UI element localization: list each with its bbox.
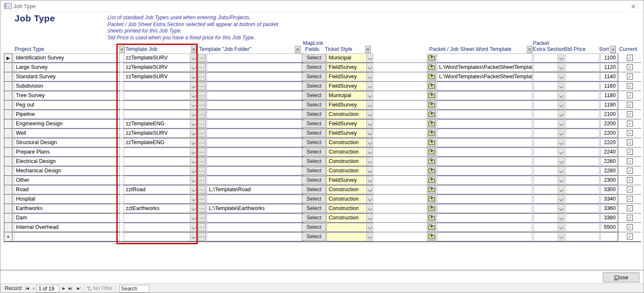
job-folder-field[interactable] xyxy=(207,166,303,175)
job-folder-field[interactable]: L:\Template\Earthworks xyxy=(207,204,303,213)
ticket-style-dropdown-icon[interactable] xyxy=(366,166,373,175)
browse-button[interactable]: ... xyxy=(198,214,206,222)
current-checkbox[interactable]: ✓ xyxy=(627,130,633,136)
word-template-browse-button[interactable]: * xyxy=(427,167,436,175)
current-checkbox[interactable]: ✓ xyxy=(627,102,633,108)
browse-button[interactable]: ... xyxy=(198,167,206,175)
extra-section-dropdown-icon[interactable] xyxy=(558,157,564,166)
std-price-field[interactable] xyxy=(565,204,599,213)
template-job-dropdown-icon[interactable] xyxy=(190,223,197,232)
maplink-select-button[interactable]: Select xyxy=(302,73,326,81)
maplink-select-button[interactable]: Select xyxy=(302,148,326,156)
ticket-style-dropdown-icon[interactable] xyxy=(366,148,373,157)
ticket-style-field[interactable]: Construction xyxy=(326,185,370,194)
word-template-browse-button[interactable]: * xyxy=(427,186,436,194)
maplink-select-button[interactable]: Select xyxy=(302,110,326,118)
option-button[interactable]: o xyxy=(295,46,300,53)
extra-section-dropdown-icon[interactable] xyxy=(558,195,564,204)
maplink-select-button[interactable]: Select xyxy=(302,214,326,222)
option-button[interactable]: o xyxy=(365,46,371,53)
record-selector[interactable]: * xyxy=(4,232,12,242)
project-type-field[interactable]: Prepare Plans xyxy=(14,148,120,157)
ticket-style-field[interactable]: Construction xyxy=(326,166,370,175)
maplink-select-button[interactable]: Select xyxy=(302,129,326,137)
browse-button[interactable]: ... xyxy=(198,223,206,231)
std-price-field[interactable] xyxy=(565,166,599,175)
extra-section-dropdown-icon[interactable] xyxy=(558,138,564,147)
browse-button[interactable]: ... xyxy=(198,54,206,62)
project-type-field[interactable]: Subdivision xyxy=(14,82,120,91)
record-selector[interactable] xyxy=(4,157,12,166)
maplink-select-button[interactable]: Select xyxy=(302,101,326,109)
ticket-style-dropdown-icon[interactable] xyxy=(366,101,373,110)
ticket-style-dropdown-icon[interactable] xyxy=(366,185,373,194)
extra-section-dropdown-icon[interactable] xyxy=(558,148,564,157)
record-selector[interactable] xyxy=(4,166,12,176)
std-price-field[interactable] xyxy=(565,213,599,222)
sort-field[interactable]: 2200 xyxy=(600,119,617,128)
maplink-select-button[interactable]: Select xyxy=(302,204,326,213)
browse-button[interactable]: ... xyxy=(198,82,206,90)
maplink-select-button[interactable]: Select xyxy=(302,186,326,194)
sort-field[interactable]: 3300 xyxy=(600,185,617,194)
job-folder-field[interactable] xyxy=(207,232,303,241)
ticket-style-field[interactable]: FieldSurvey xyxy=(326,101,370,110)
template-job-field[interactable] xyxy=(124,176,193,185)
word-template-browse-button[interactable]: * xyxy=(427,214,436,222)
maplink-select-button[interactable]: Select xyxy=(302,92,326,100)
word-template-field[interactable] xyxy=(437,119,532,128)
option-button[interactable]: o xyxy=(119,46,125,53)
ticket-style-field[interactable]: FieldSurvey xyxy=(326,72,370,81)
template-job-dropdown-icon[interactable] xyxy=(190,185,197,194)
ticket-style-dropdown-icon[interactable] xyxy=(366,53,373,62)
sort-field[interactable] xyxy=(600,232,617,241)
sort-field[interactable]: 2280 xyxy=(600,166,617,175)
extra-section-dropdown-icon[interactable] xyxy=(558,119,564,128)
browse-button[interactable]: ... xyxy=(198,92,206,100)
current-checkbox[interactable]: ✓ xyxy=(627,196,633,202)
template-job-dropdown-icon[interactable] xyxy=(190,213,197,222)
job-folder-field[interactable] xyxy=(207,91,303,100)
record-position[interactable]: 1 of 19 xyxy=(36,285,59,293)
ticket-style-field[interactable]: Construction xyxy=(326,157,370,166)
word-template-browse-button[interactable]: * xyxy=(427,223,436,231)
sort-field[interactable]: 3340 xyxy=(600,195,617,204)
template-job-field[interactable] xyxy=(124,91,193,100)
browse-button[interactable]: ... xyxy=(198,139,206,147)
job-folder-field[interactable] xyxy=(207,110,303,119)
record-selector[interactable] xyxy=(4,204,12,213)
browse-button[interactable]: ... xyxy=(198,157,206,166)
browse-button[interactable]: ... xyxy=(198,101,206,109)
project-type-field[interactable]: Hospital xyxy=(14,195,120,204)
project-type-field[interactable]: Standard Survey xyxy=(14,72,120,81)
template-job-dropdown-icon[interactable] xyxy=(190,129,197,138)
ticket-style-dropdown-icon[interactable] xyxy=(366,110,373,119)
word-template-field[interactable] xyxy=(437,185,532,194)
ticket-style-field[interactable]: FieldSurvey xyxy=(326,176,370,185)
browse-button[interactable]: ... xyxy=(198,233,206,241)
std-price-field[interactable] xyxy=(565,223,599,232)
template-job-field[interactable]: zzTemplateSURV xyxy=(124,129,193,138)
ticket-style-dropdown-icon[interactable] xyxy=(366,232,373,241)
std-price-field[interactable] xyxy=(565,53,599,62)
project-type-field[interactable]: Road xyxy=(14,185,120,194)
sort-field[interactable]: 2300 xyxy=(600,176,617,185)
project-type-field[interactable]: Internal Overhead xyxy=(14,223,120,232)
previous-record-button[interactable]: ◀ xyxy=(30,285,36,292)
extra-section-dropdown-icon[interactable] xyxy=(558,213,564,222)
word-template-field[interactable] xyxy=(437,53,532,62)
extra-section-dropdown-icon[interactable] xyxy=(558,232,564,241)
template-job-dropdown-icon[interactable] xyxy=(190,166,197,175)
word-template-browse-button[interactable]: * xyxy=(427,129,436,137)
ticket-style-field[interactable]: Construction xyxy=(326,195,370,204)
template-job-field[interactable] xyxy=(124,195,193,204)
maplink-select-button[interactable]: Select xyxy=(302,176,326,184)
extra-section-dropdown-icon[interactable] xyxy=(558,185,564,194)
record-selector[interactable] xyxy=(4,119,12,129)
job-folder-field[interactable] xyxy=(207,148,303,157)
word-template-field[interactable] xyxy=(437,101,532,110)
browse-button[interactable]: ... xyxy=(198,120,206,128)
maplink-select-button[interactable]: Select xyxy=(302,157,326,166)
word-template-browse-button[interactable]: * xyxy=(427,73,436,81)
maplink-select-button[interactable]: Select xyxy=(302,223,326,231)
